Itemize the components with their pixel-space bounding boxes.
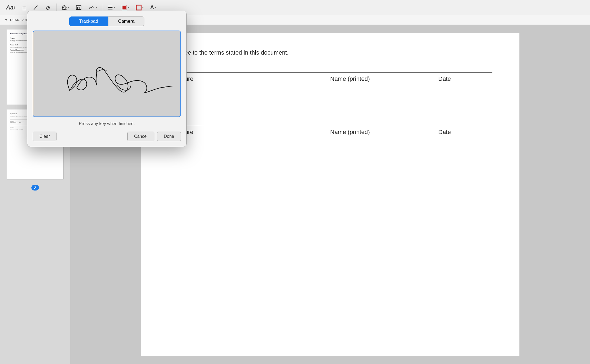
signature-drawing xyxy=(33,31,180,116)
tab-trackpad[interactable]: Trackpad xyxy=(69,16,108,26)
dialog-hint: Press any key when finished. xyxy=(33,121,181,126)
done-button[interactable]: Done xyxy=(157,132,181,141)
clear-button[interactable]: Clear xyxy=(33,132,57,141)
dialog-tabs: Trackpad Camera xyxy=(33,16,181,26)
signature-dialog: Trackpad Camera Press any key when finis… xyxy=(27,11,187,147)
dialog-overlay: Trackpad Camera Press any key when finis… xyxy=(0,0,590,364)
tab-camera[interactable]: Camera xyxy=(108,16,144,26)
signature-canvas[interactable] xyxy=(33,31,181,117)
dialog-actions: Clear Cancel Done xyxy=(33,132,181,141)
dialog-btn-group: Cancel Done xyxy=(127,132,181,141)
cancel-button[interactable]: Cancel xyxy=(127,132,154,141)
